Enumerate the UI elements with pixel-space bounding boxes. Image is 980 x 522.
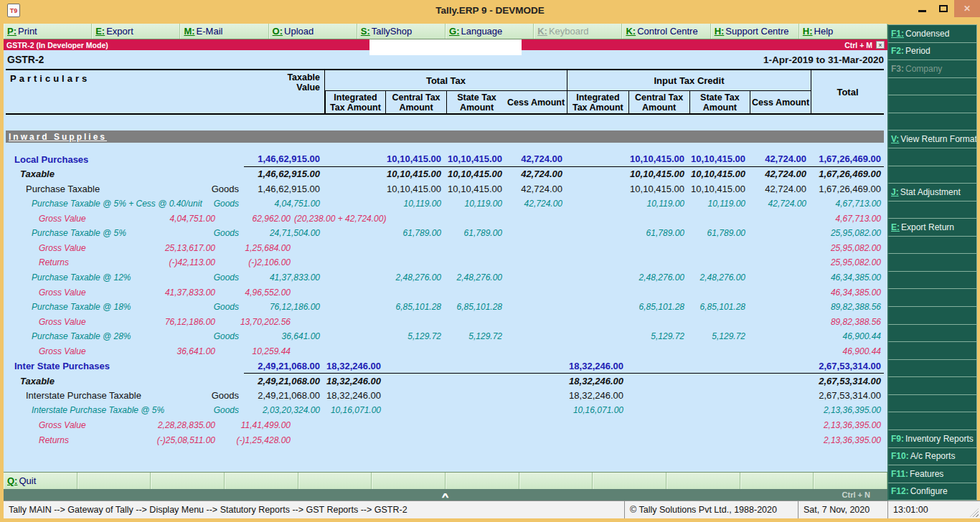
sidebar-button-label: Condensed: [905, 29, 949, 39]
cell-itc-integrated: [567, 432, 628, 447]
sidebar-button[interactable]: F10: A/c Reports: [887, 447, 977, 466]
table-row[interactable]: Returns (-)25,08,511.00 (-)1,25,428.00: [6, 432, 884, 447]
cell-itc-cess: [750, 403, 811, 418]
resize-grip[interactable]: [970, 508, 979, 517]
cell-tax-cess: [507, 300, 567, 315]
menu-item[interactable]: H: Help: [799, 24, 887, 39]
cell-itc-integrated: [567, 255, 628, 270]
cell-tax-central: [385, 241, 446, 256]
cell-tax-integrated: [324, 329, 385, 344]
table-row[interactable]: Gross Value 25,13,617.00 1,25,684.00: [6, 241, 884, 256]
cell-itc-cess: [750, 389, 811, 404]
report-period[interactable]: 1-Apr-2019 to 31-Mar-2020: [763, 54, 884, 65]
menu-item[interactable]: E: Export: [92, 24, 180, 39]
cell-itc-central: 5,129.72: [628, 329, 689, 344]
sidebar-button[interactable]: F12: Configure: [887, 483, 977, 501]
table-row[interactable]: Purchase Taxable @ 18% Goods 76,12,186.0…: [6, 300, 884, 315]
table-row[interactable]: Purchase Taxable @ 5% Goods 24,71,504.00…: [6, 226, 884, 241]
cell-tax-cess: [507, 285, 567, 300]
cell-itc-integrated: [567, 300, 628, 315]
cell-tax-cess: [507, 359, 567, 374]
table-row[interactable]: Gross Value 76,12,186.00 13,70,202.56: [6, 315, 884, 330]
menu-item[interactable]: K: Control Centre: [622, 24, 710, 39]
table-row[interactable]: Local Purchases 1,46,62,915.00 10,10,415…: [6, 152, 884, 167]
table-row[interactable]: Purchase Taxable @ 28% Goods 36,641.00 5…: [6, 329, 884, 344]
cell-tax-central: 61,789.00: [385, 226, 446, 241]
cell-gross-value-1: (-)42,113.00: [169, 257, 215, 267]
cell-itc-state: 5,129.72: [689, 329, 750, 344]
menu-item[interactable]: H: Support Centre: [711, 24, 799, 39]
cell-tax-central: [385, 211, 446, 226]
cell-tax-cess: [507, 211, 567, 226]
quit-button[interactable]: Q: Quit: [4, 473, 77, 489]
table-row[interactable]: Purchase Taxable @ 5% + Cess @ 0.40/unit…: [6, 196, 884, 212]
menu-item[interactable]: M: E-Mail: [180, 24, 268, 39]
cell-itc-integrated: [567, 270, 628, 285]
cell-tax-state: [446, 403, 507, 418]
cell-itc-integrated: [567, 226, 628, 241]
sidebar-button[interactable]: F2: Period: [887, 42, 977, 61]
table-row[interactable]: Interstate Purchase Taxable @ 5% Goods 2…: [6, 403, 884, 418]
table-row[interactable]: Purchase Taxable Goods 1,46,62,915.00 10…: [6, 181, 884, 196]
cell-tax-central: 2,48,276.00: [385, 270, 446, 285]
status-clock: 13:01:00: [887, 500, 980, 518]
sidebar-button[interactable]: F1: Condensed: [887, 24, 977, 43]
menu-item-label: TallyShop: [372, 26, 412, 37]
sidebar-button[interactable]: F9: Inventory Reports: [887, 430, 977, 448]
cell-gross-value-1: (-)25,08,511.00: [157, 435, 215, 445]
cell-total: 2,13,36,395.00: [811, 432, 884, 447]
sidebar-button[interactable]: J: Stat Adjustment: [887, 183, 977, 201]
maximize-button[interactable]: [933, 0, 954, 17]
sidebar-button[interactable]: F11: Features: [887, 465, 977, 483]
cell-itc-cess: [750, 315, 811, 330]
row-label: Inter State Purchases: [14, 361, 110, 371]
cell-total: 2,13,36,395.00: [811, 418, 884, 433]
menu-item[interactable]: G: Language: [446, 24, 534, 39]
cell-taxable-value: 2,49,21,068.00: [244, 389, 324, 404]
table-row[interactable]: Taxable 1,46,62,915.00 10,10,415.00 10,1…: [6, 167, 884, 182]
cell-tax-state: 2,48,276.00: [446, 270, 507, 285]
cell-tax-state: [446, 315, 507, 330]
sidebar-button[interactable]: E: Export Return: [887, 218, 977, 237]
table-row[interactable]: Returns (-)42,113.00 (-)2,106.00: [6, 255, 884, 270]
cell-itc-cess: [750, 270, 811, 285]
report-body: Inward Supplies Local Purchases 1,46,62,…: [4, 115, 887, 472]
quit-button: [298, 473, 372, 489]
row-label: Gross Value: [39, 346, 86, 356]
collapse-caret-icon[interactable]: ∧: [440, 491, 450, 499]
cell-itc-cess: [750, 226, 811, 241]
table-row[interactable]: Gross Value 4,04,751.00 62,962.00(20,238…: [6, 211, 884, 226]
cell-itc-cess: [750, 418, 811, 433]
menu-bar: P: Print E: Export M: E-Mail O: Upload S…: [4, 24, 887, 39]
menu-item-key: M:: [184, 26, 194, 37]
cell-itc-central: [628, 241, 689, 256]
minimize-button[interactable]: [911, 0, 933, 17]
table-row[interactable]: Gross Value 41,37,833.00 4,96,552.00: [6, 285, 884, 300]
cell-tax-state: 61,789.00: [446, 226, 507, 241]
menu-item[interactable]: O: Upload: [269, 24, 357, 39]
row-type: Goods: [215, 389, 244, 404]
table-row[interactable]: Interstate Purchase Taxable Goods 2,49,2…: [6, 389, 884, 404]
table-row[interactable]: Purchase Taxable @ 12% Goods 41,37,833.0…: [6, 270, 884, 285]
row-type: [215, 374, 244, 389]
cell-itc-central: [628, 359, 689, 374]
table-row[interactable]: Taxable 2,49,21,068.00 18,32,246.00: [6, 374, 884, 389]
cell-total: 1,67,26,469.00: [811, 181, 884, 196]
menu-item[interactable]: P: Print: [4, 24, 92, 39]
cell-tax-cess: [507, 329, 567, 344]
sidebar-button[interactable]: V: View Return Format: [887, 130, 977, 148]
table-row[interactable]: Gross Value 2,28,28,835.00 11,41,499.00: [6, 418, 884, 433]
table-row[interactable]: Inter State Purchases 2,49,21,068.00 18,…: [6, 359, 884, 374]
quit-button: [593, 473, 666, 489]
menu-item-label: Export: [106, 26, 133, 37]
cell-tax-cess: [507, 374, 567, 389]
row-type: Goods: [215, 300, 244, 315]
sidebar-button-label: Period: [905, 46, 930, 56]
menu-item[interactable]: S: TallyShop: [357, 24, 446, 39]
menu-item-key: G:: [449, 26, 459, 37]
table-row[interactable]: Gross Value 36,641.00 10,259.44: [6, 344, 884, 359]
report-close-icon[interactable]: [876, 41, 885, 49]
sidebar-button: [887, 341, 977, 360]
close-button[interactable]: [954, 0, 980, 17]
cell-tax-state: 10,10,415.00: [446, 181, 507, 196]
